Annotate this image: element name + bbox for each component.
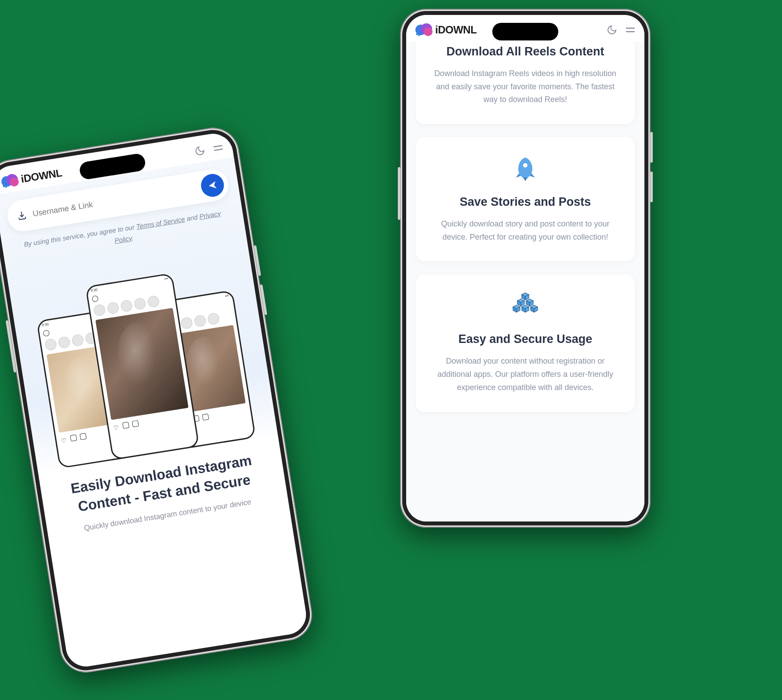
hero-illustration: 9:30••• 9:30••• 9:30•••: [19, 253, 268, 470]
feature-title: Save Stories and Posts: [428, 195, 622, 209]
cubes-icon: [509, 290, 541, 322]
logo-icon: [415, 22, 433, 38]
feature-card-secure: Easy and Secure Usage Download your cont…: [416, 274, 635, 412]
phone-notch: [492, 23, 558, 40]
volume-button: [260, 284, 267, 315]
dark-mode-icon[interactable]: [607, 25, 617, 35]
logo-icon: [0, 171, 21, 190]
phone-screen-right: iDOWNL Download All Reels Content Downlo…: [406, 15, 644, 521]
feature-description: Download your content without registrati…: [428, 355, 622, 394]
phone-mockup-left: iDOWNL By usi: [0, 124, 316, 676]
tos-link[interactable]: Terms of Service: [136, 215, 185, 230]
feature-description: Download Instagram Reels videos in high …: [428, 67, 622, 106]
right-phone-content: Download All Reels Content Download Inst…: [406, 41, 644, 521]
header-actions: [607, 25, 636, 35]
send-icon: [207, 180, 218, 191]
svg-rect-11: [418, 35, 420, 36]
feature-card-reels: Download All Reels Content Download Inst…: [416, 41, 635, 124]
phone-screen-left: iDOWNL By usi: [0, 131, 309, 669]
mini-time: 9:30: [42, 322, 49, 328]
power-button: [398, 167, 400, 220]
feature-title: Easy and Secure Usage: [428, 332, 622, 346]
rocket-icon: [509, 153, 541, 185]
svg-point-14: [523, 163, 527, 168]
svg-rect-10: [416, 33, 418, 35]
logo-text: iDOWNL: [435, 24, 476, 36]
svg-line-5: [214, 146, 222, 147]
svg-rect-3: [3, 186, 5, 188]
dark-mode-icon[interactable]: [194, 145, 206, 157]
feature-card-stories: Save Stories and Posts Quickly download …: [416, 137, 635, 261]
hamburger-menu-icon[interactable]: [625, 25, 636, 35]
phone-mockup-right: iDOWNL Download All Reels Content Downlo…: [400, 9, 651, 528]
hamburger-menu-icon[interactable]: [212, 142, 224, 154]
submit-button[interactable]: [200, 172, 226, 198]
svg-line-6: [215, 149, 222, 150]
volume-button: [650, 171, 653, 202]
volume-button: [254, 245, 261, 276]
header-actions: [194, 142, 224, 157]
app-logo[interactable]: iDOWNL: [415, 22, 476, 38]
mini-time: 9:30: [91, 288, 98, 293]
logo-text: iDOWNL: [20, 167, 63, 185]
feature-description: Quickly download story and post content …: [428, 218, 622, 244]
volume-button: [650, 132, 653, 163]
left-phone-content: By using this service, you agree to our …: [0, 157, 309, 669]
svg-rect-4: [5, 186, 7, 188]
svg-point-9: [424, 27, 433, 36]
feature-title: Download All Reels Content: [428, 45, 622, 58]
